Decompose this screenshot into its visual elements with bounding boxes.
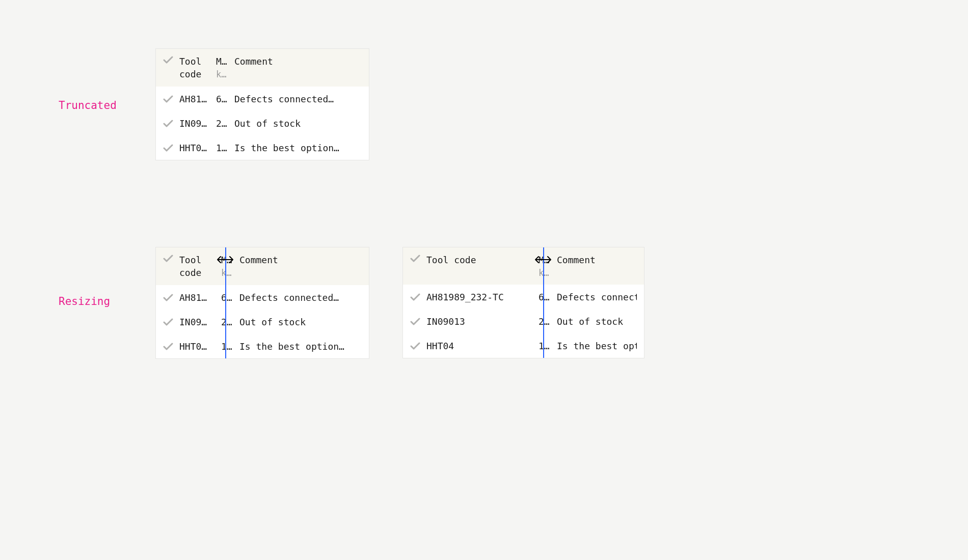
table-row: IN09013 2… Out of stock [403,309,644,333]
row-checkbox[interactable] [410,341,426,350]
row-checkbox[interactable] [163,317,179,326]
check-icon [163,255,173,263]
cell-comment: Is the best option… [557,341,637,351]
header-checkbox-col[interactable] [410,254,426,263]
cell-mk: 2… [216,317,239,327]
check-icon [163,56,173,64]
table-row: HHT0… 1… Is the best option… [156,334,369,358]
table-row: AH81… 6… Defects connected… [156,285,369,310]
cell-mk: 6… [216,94,234,104]
table-row: IN09… 2… Out of stock [156,310,369,334]
check-icon [163,120,173,128]
table-resizing-narrow: Tool code M… k… Comment AH81… 6… Defects… [155,247,369,359]
table-row: IN09… 2… Out of stock [156,111,369,135]
cell-mk: 6… [533,292,557,302]
cell-comment: Is the best option… [239,341,362,352]
table-header-row: Tool code M… k… Comment [156,49,369,87]
row-checkbox[interactable] [163,293,179,302]
row-checkbox[interactable] [163,94,179,103]
row-checkbox[interactable] [163,143,179,152]
table-row: HHT04 1… Is the best option… [403,333,644,358]
table-resizing-wide: Tool code M… k… Comment AH81989_232-TC 6… [402,247,644,358]
check-icon [163,343,173,351]
table-row: HHT0… 1… Is the best option… [156,135,369,160]
cell-comment: Defects connected… [239,292,362,303]
check-icon [163,318,173,326]
check-icon [410,293,420,301]
header-comment[interactable]: Comment [239,254,362,266]
check-icon [410,318,420,326]
cell-mk: 1… [533,341,557,351]
column-resize-indicator [225,247,226,358]
cell-mk: 2… [533,316,557,327]
cell-comment: Out of stock [557,316,637,327]
cell-mk: 6… [216,292,239,303]
check-icon [163,144,173,152]
cell-tool-code: IN09013 [426,316,533,327]
cell-comment: Defects connected… [557,292,637,302]
column-resize-handle[interactable] [534,256,552,264]
header-comment[interactable]: Comment [234,55,362,68]
label-resizing: Resizing [59,295,110,307]
cell-tool-code: AH81… [179,292,216,303]
label-truncated: Truncated [59,99,117,111]
row-checkbox[interactable] [163,342,179,351]
header-comment[interactable]: Comment [557,254,637,266]
cell-comment: Out of stock [234,118,362,129]
column-resize-handle[interactable] [217,256,234,264]
cell-comment: Is the best option… [234,143,362,153]
cell-mk: 1… [216,341,239,352]
resize-arrows-icon [534,256,552,264]
row-checkbox[interactable] [163,119,179,128]
cell-tool-code: AH81… [179,94,216,104]
header-checkbox-col[interactable] [163,55,179,64]
check-icon [410,342,420,350]
check-icon [163,294,173,302]
column-resize-indicator [543,247,544,358]
table-header-row: Tool code M… k… Comment [403,247,644,285]
cell-tool-code: IN09… [179,317,216,327]
header-tool-code[interactable]: Tool code [179,55,216,80]
cell-comment: Defects connected… [234,94,362,104]
check-icon [163,95,173,103]
check-icon [410,255,420,263]
cell-tool-code: HHT0… [179,143,216,153]
header-tool-code[interactable]: Tool code [426,254,533,266]
table-truncated: Tool code M… k… Comment AH81… 6… Defects… [155,48,369,160]
header-checkbox-col[interactable] [163,254,179,263]
resize-arrows-icon [217,256,234,264]
row-checkbox[interactable] [410,292,426,301]
table-row: AH81… 6… Defects connected… [156,87,369,111]
cell-tool-code: HHT04 [426,341,533,351]
cell-mk: 2… [216,118,234,129]
cell-tool-code: HHT0… [179,341,216,352]
cell-mk: 1… [216,143,234,153]
cell-comment: Out of stock [239,317,362,327]
cell-tool-code: AH81989_232-TC [426,292,533,302]
header-mk[interactable]: M… k… [216,55,234,80]
cell-tool-code: IN09… [179,118,216,129]
table-row: AH81989_232-TC 6… Defects connected… [403,285,644,309]
header-tool-code[interactable]: Tool code [179,254,216,279]
table-header-row: Tool code M… k… Comment [156,247,369,285]
row-checkbox[interactable] [410,317,426,326]
